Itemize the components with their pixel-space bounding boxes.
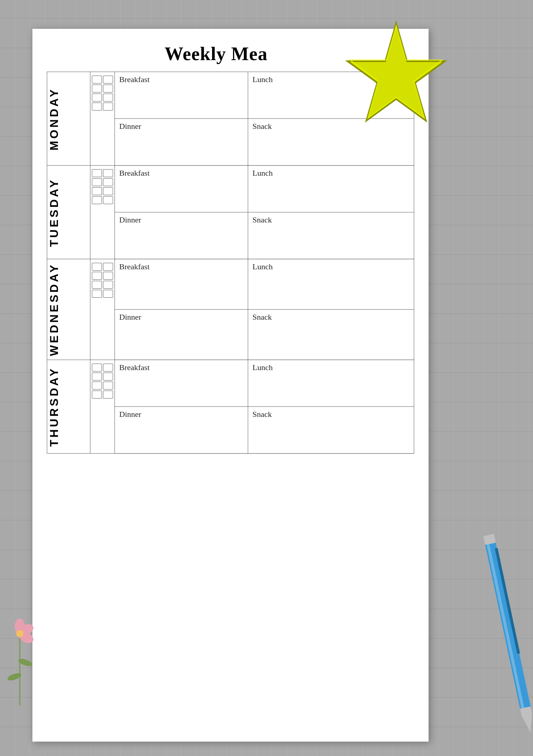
- wednesday-checkboxes: [90, 259, 115, 360]
- tuesday-snack-label: Snack: [248, 212, 414, 259]
- monday-dinner-label: Dinner: [115, 119, 248, 166]
- tuesday-dinner-label: Dinner: [115, 212, 248, 259]
- svg-marker-5: [521, 714, 533, 733]
- star-decoration: [342, 18, 450, 119]
- tuesday-checkboxes: [90, 166, 115, 259]
- wednesday-dinner-label: Dinner: [115, 310, 248, 360]
- thursday-breakfast-row: THURSDAY Breakfast Lunch: [47, 360, 414, 407]
- wednesday-breakfast-row: WEDNESDAY Breakfast Lunch: [47, 259, 414, 310]
- wednesday-lunch-label: Lunch: [248, 259, 414, 310]
- thursday-label: THURSDAY: [47, 360, 90, 454]
- thursday-checkboxes: [90, 360, 115, 454]
- svg-marker-0: [348, 23, 445, 121]
- thursday-snack-label: Snack: [248, 407, 414, 454]
- tuesday-breakfast-row: TUESDAY Breakfast Lunch: [47, 166, 414, 212]
- wednesday-label: WEDNESDAY: [47, 259, 90, 360]
- wednesday-breakfast-label: Breakfast: [115, 259, 248, 310]
- flower-decoration: [4, 605, 36, 720]
- monday-checkboxes: [90, 72, 115, 166]
- svg-point-15: [16, 630, 23, 637]
- monday-breakfast-label: Breakfast: [115, 72, 248, 119]
- tuesday-breakfast-label: Breakfast: [115, 166, 248, 212]
- tuesday-lunch-label: Lunch: [248, 166, 414, 212]
- meal-planner-table: MONDAY Breakfast Lunch: [47, 72, 414, 454]
- thursday-breakfast-label: Breakfast: [115, 360, 248, 407]
- wednesday-snack-label: Snack: [248, 310, 414, 360]
- monday-label: MONDAY: [47, 72, 90, 166]
- tuesday-label: TUESDAY: [47, 166, 90, 259]
- thursday-lunch-label: Lunch: [248, 360, 414, 407]
- thursday-dinner-label: Dinner: [115, 407, 248, 454]
- paper-document: Weekly Mea MONDAY Breakfast L: [32, 29, 429, 742]
